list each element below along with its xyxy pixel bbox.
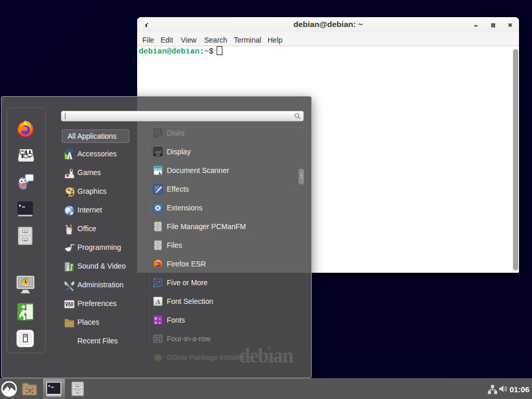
- svg-text:A: A: [155, 298, 161, 305]
- svg-text:a: a: [155, 316, 157, 320]
- svg-text:a: a: [158, 321, 161, 325]
- svg-text:a: a: [155, 321, 157, 324]
